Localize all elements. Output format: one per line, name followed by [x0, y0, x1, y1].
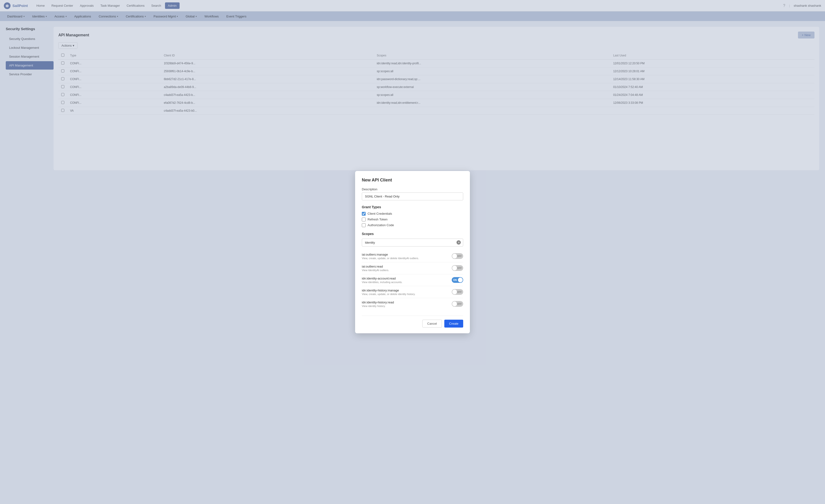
- modal-overlay: New API Client Description Grant Types C…: [0, 0, 825, 176]
- new-api-client-modal: New API Client Description Grant Types C…: [355, 171, 470, 176]
